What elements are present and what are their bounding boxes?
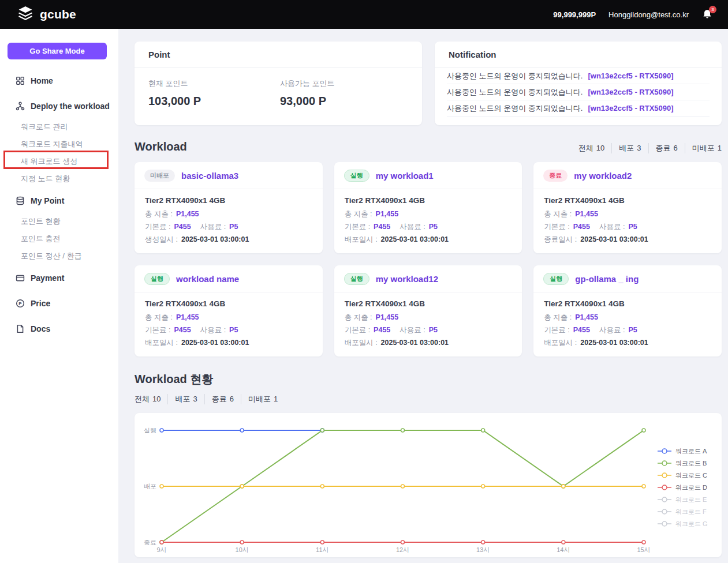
- stat-undeployed[interactable]: 미배포1: [685, 143, 722, 153]
- sidebar-item-deploy-workload[interactable]: Deploy the workload: [0, 96, 118, 116]
- workload-card[interactable]: 종료 my workload2 Tier2 RTX4090x1 4GB 총 지출…: [533, 162, 722, 253]
- notification-row: 사용중인 노드의 운영이 중지되었습니다. [wn13e2ccf5 - RTX5…: [447, 84, 710, 100]
- chart-point: [160, 429, 163, 432]
- workload-name[interactable]: basic-ollama3: [181, 171, 238, 181]
- sidebar-item-price[interactable]: P Price: [0, 294, 118, 313]
- legend-item[interactable]: 워크로드 F: [658, 508, 707, 515]
- chart-point: [562, 485, 565, 488]
- chart-point: [320, 541, 324, 544]
- user-email[interactable]: Honggildong@test.co.kr: [608, 10, 689, 19]
- brand-name: gcube: [40, 7, 76, 21]
- gcube-logo-icon: [16, 5, 35, 24]
- tab-undeployed[interactable]: 미배포1: [241, 394, 285, 404]
- workload-spec: Tier2 RTX4090x1 4GB: [345, 196, 512, 205]
- sidebar-item-docs[interactable]: Docs: [0, 319, 118, 339]
- legend-item[interactable]: 워크로드 E: [658, 496, 707, 503]
- tab-total[interactable]: 전체10: [135, 394, 167, 404]
- chart-point: [160, 541, 163, 544]
- sidebar-item-new-workload[interactable]: 새 워크로드 생성: [0, 153, 118, 170]
- available-point: 사용가능 포인트 93,000 P: [280, 78, 412, 108]
- svg-text:워크로드 B: 워크로드 B: [675, 460, 707, 467]
- workload-spec: Tier2 RTX4090x1 4GB: [544, 196, 711, 205]
- usage-fee-value: P5: [229, 326, 238, 334]
- legend-item[interactable]: 워크로드 C: [658, 472, 707, 479]
- workload-date: 2025-03-01 03:00:01: [181, 235, 249, 243]
- workload-card[interactable]: 실행 my workload12 Tier2 RTX4090x1 4GB 총 지…: [334, 265, 522, 356]
- notification-bell-icon[interactable]: 3: [701, 9, 713, 20]
- current-point: 현재 포인트 103,000 P: [148, 78, 280, 108]
- sidebar-item-label: 새 워크로드 생성: [21, 156, 77, 167]
- chart-point: [401, 541, 405, 544]
- total-spend-value: P1,455: [575, 313, 598, 321]
- legend-item[interactable]: 워크로드 G: [658, 520, 708, 527]
- y-axis-label: 실행: [144, 427, 156, 434]
- workload-card[interactable]: 미배포 basic-ollama3 Tier2 RTX4090x1 4GB 총 …: [135, 162, 323, 253]
- notification-card-header: Notification: [435, 42, 722, 68]
- stat-ended[interactable]: 종료6: [648, 143, 685, 153]
- tab-ended[interactable]: 종료6: [204, 394, 241, 404]
- sidebar-item-point-settlement[interactable]: 포인트 정산 / 환급: [0, 247, 118, 265]
- base-fee-value: P455: [573, 223, 590, 231]
- my-point-icon: [16, 196, 25, 205]
- stat-deployed[interactable]: 배포3: [611, 143, 648, 153]
- svg-text:워크로드 A: 워크로드 A: [675, 448, 707, 455]
- sidebar-item-label: Price: [31, 299, 50, 308]
- notification-node-link[interactable]: [wn13e2ccf5 - RTX5090]: [588, 104, 673, 112]
- svg-text:워크로드 D: 워크로드 D: [675, 484, 707, 491]
- notification-node-link[interactable]: [wn13e2ccf5 - RTX5090]: [588, 72, 673, 80]
- sidebar-item-label: Payment: [31, 273, 64, 283]
- workload-name[interactable]: gp-ollama _ ing: [575, 274, 639, 284]
- base-fee-value: P455: [374, 326, 390, 334]
- workload-date: 2025-03-01 03:00:01: [580, 235, 648, 243]
- topbar: gcube 99,999,999P Honggildong@test.co.kr…: [0, 0, 728, 29]
- workload-spec: Tier2 RTX4090x1 4GB: [544, 299, 711, 308]
- legend-item[interactable]: 워크로드 D: [658, 484, 707, 491]
- sidebar-item-label: My Point: [31, 196, 64, 205]
- x-axis-label: 14시: [557, 546, 570, 553]
- sidebar-item-node-status[interactable]: 지정 노드 현황: [0, 170, 118, 187]
- total-spend-value: P1,455: [176, 313, 199, 321]
- x-axis-label: 12시: [396, 546, 409, 553]
- legend-item[interactable]: 워크로드 A: [658, 448, 707, 455]
- workload-date: 2025-03-01 03:00:01: [381, 339, 449, 347]
- base-fee-value: P455: [174, 326, 191, 334]
- workload-date: 2025-03-01 03:00:01: [381, 235, 449, 243]
- tab-deployed[interactable]: 배포3: [167, 394, 204, 404]
- go-share-mode-button[interactable]: Go Share Mode: [8, 43, 107, 59]
- workload-name[interactable]: my workload2: [574, 171, 632, 181]
- legend-item[interactable]: 워크로드 B: [658, 460, 707, 467]
- sidebar-item-label: 포인트 현황: [21, 216, 61, 227]
- notification-message: 사용중인 노드의 운영이 중지되었습니다.: [447, 103, 583, 114]
- stat-total[interactable]: 전체10: [578, 143, 611, 153]
- topbar-right: 99,999,999P Honggildong@test.co.kr 3: [553, 9, 713, 20]
- sidebar-item-home[interactable]: Home: [0, 71, 118, 91]
- current-point-value: 103,000 P: [148, 95, 280, 108]
- workload-card[interactable]: 실행 my workload1 Tier2 RTX4090x1 4GB 총 지출…: [334, 162, 522, 253]
- sidebar-item-point-charge[interactable]: 포인트 충전: [0, 230, 118, 247]
- total-spend-value: P1,455: [376, 210, 399, 218]
- points-balance: 99,999,999P: [553, 10, 596, 19]
- sidebar-item-workload-spending[interactable]: 워크로드 지출내역: [0, 136, 118, 153]
- notification-node-link[interactable]: [wn13e2ccf5 - RTX5090]: [588, 88, 673, 96]
- workload-card[interactable]: 실행 gp-ollama _ ing Tier2 RTX4090x1 4GB 총…: [533, 265, 722, 356]
- x-axis-label: 13시: [476, 546, 490, 553]
- status-badge: 미배포: [144, 170, 175, 182]
- total-spend-value: P1,455: [176, 210, 199, 218]
- x-axis-label: 9시: [156, 546, 166, 553]
- brand[interactable]: gcube: [16, 5, 76, 24]
- workload-status-chart: 종료배포실행9시10시11시12시13시14시15시워크로드 A워크로드 B워크…: [135, 413, 722, 557]
- workload-name[interactable]: my workload12: [376, 274, 438, 284]
- sidebar-item-label: 포인트 정산 / 환급: [21, 251, 81, 261]
- sidebar-item-workload-manage[interactable]: 워크로드 관리: [0, 118, 118, 136]
- chart-point: [401, 429, 405, 432]
- sidebar-item-my-point[interactable]: My Point: [0, 191, 118, 211]
- sidebar-item-payment[interactable]: Payment: [0, 268, 118, 288]
- workload-status-chart-card: 종료배포실행9시10시11시12시13시14시15시워크로드 A워크로드 B워크…: [135, 413, 722, 557]
- workload-spec: Tier2 RTX4090x1 4GB: [145, 299, 312, 308]
- notification-message: 사용중인 노드의 운영이 중지되었습니다.: [447, 87, 583, 97]
- workload-name[interactable]: my workload1: [376, 171, 434, 181]
- sidebar-item-point-status[interactable]: 포인트 현황: [0, 213, 118, 230]
- workload-name[interactable]: workload name: [176, 274, 239, 284]
- workload-card[interactable]: 실행 workload name Tier2 RTX4090x1 4GB 총 지…: [135, 265, 323, 356]
- workload-status-tabs: 전체10 배포3 종료6 미배포1: [135, 394, 722, 404]
